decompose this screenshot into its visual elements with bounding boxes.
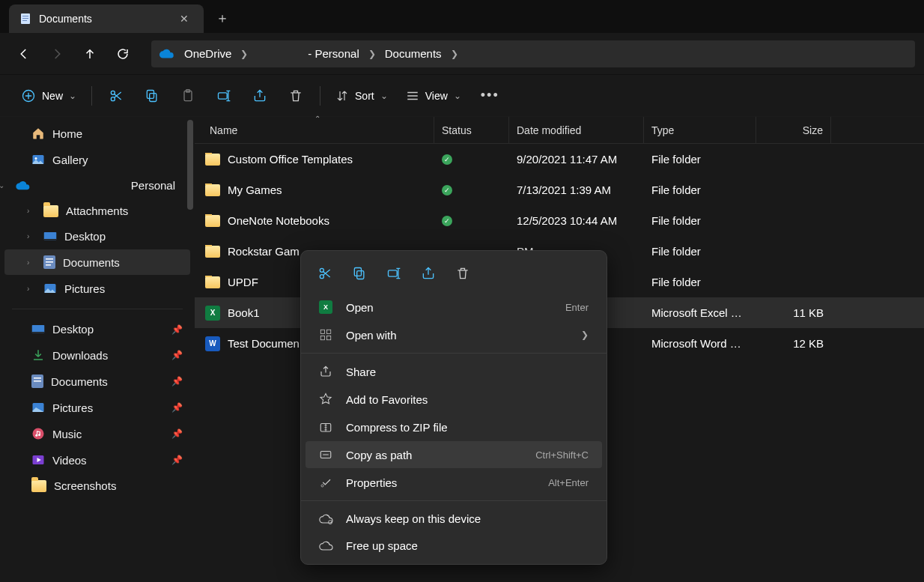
back-button[interactable] <box>9 39 39 69</box>
column-size[interactable]: Size <box>756 117 831 143</box>
pictures-icon <box>31 401 45 414</box>
status-synced-icon: ✓ <box>442 185 452 195</box>
sidebar-label: Pictures <box>52 401 93 414</box>
column-status[interactable]: Status <box>434 117 509 143</box>
ctx-open[interactable]: X Open Enter <box>306 294 602 321</box>
ctx-share-button[interactable] <box>412 260 445 287</box>
chevron-right-icon: ❯ <box>240 49 248 59</box>
status-synced-icon: ✓ <box>442 216 452 226</box>
music-icon <box>31 427 45 440</box>
delete-button[interactable] <box>279 84 312 108</box>
ctx-copy-button[interactable] <box>343 260 376 287</box>
zip-icon <box>319 420 334 434</box>
quickaccess-videos[interactable]: Videos 📌 <box>4 447 190 473</box>
ctx-delete-button[interactable] <box>446 260 479 287</box>
paste-button[interactable] <box>171 84 204 108</box>
sidebar-item-desktop[interactable]: › Desktop <box>4 224 190 249</box>
share-button[interactable] <box>243 84 276 108</box>
file-row[interactable]: My Games✓7/13/2021 1:39 AMFile folder <box>195 175 924 205</box>
copy-button[interactable] <box>136 84 168 108</box>
context-icon-row <box>301 251 607 293</box>
column-label: Name <box>210 124 237 136</box>
ctx-always-keep[interactable]: Always keep on this device <box>306 506 602 532</box>
sidebar-label: Pictures <box>64 282 105 295</box>
ctx-rename-button[interactable] <box>377 260 410 287</box>
ctx-free-up[interactable]: Free up space <box>306 533 602 559</box>
scissors-icon <box>109 88 124 103</box>
crumb-onedrive[interactable]: OneDrive <box>181 46 234 61</box>
ctx-copy-path[interactable]: Copy as path Ctrl+Shift+C <box>306 441 602 468</box>
pictures-icon <box>43 282 57 295</box>
address-field[interactable]: OneDrive ❯ - Personal ❯ Documents ❯ <box>151 40 915 67</box>
view-button[interactable]: View ⌄ <box>398 85 469 107</box>
up-button[interactable] <box>75 39 105 69</box>
folder-icon <box>205 246 220 258</box>
crumb-personal[interactable]: - Personal <box>305 46 362 61</box>
rename-button[interactable] <box>207 84 240 108</box>
new-tab-button[interactable]: ＋ <box>204 3 241 33</box>
svg-rect-22 <box>32 332 45 333</box>
sort-button[interactable]: Sort ⌄ <box>328 85 395 107</box>
ctx-label: Open with <box>346 329 569 342</box>
new-button[interactable]: New ⌄ <box>13 84 84 108</box>
view-icon <box>406 89 419 103</box>
quickaccess-screenshots[interactable]: Screenshots <box>4 473 190 498</box>
sidebar-item-attachments[interactable]: › Attachments <box>4 198 190 223</box>
quickaccess-downloads[interactable]: Downloads 📌 <box>4 342 190 368</box>
cut-button[interactable] <box>100 84 133 108</box>
sidebar-item-gallery[interactable]: Gallery <box>4 147 190 172</box>
onedrive-icon <box>159 48 175 60</box>
chevron-right-icon: › <box>27 232 36 240</box>
crumb-documents[interactable]: Documents <box>382 46 445 61</box>
chevron-down-icon: ⌄ <box>0 181 7 190</box>
column-headers: ⌃Name Status Date modified Type Size <box>195 117 924 144</box>
address-bar: OneDrive ❯ - Personal ❯ Documents ❯ <box>0 33 924 75</box>
file-name: OneNote Notebooks <box>228 214 329 227</box>
svg-rect-15 <box>44 239 57 240</box>
more-button[interactable]: ••• <box>472 83 508 108</box>
close-icon[interactable]: ✕ <box>175 11 193 26</box>
sidebar-item-personal[interactable]: ⌄ Personal <box>4 173 190 198</box>
file-row[interactable]: OneNote Notebooks✓12/5/2023 10:44 AMFile… <box>195 205 924 236</box>
column-label: Status <box>442 124 472 136</box>
file-name: Book1 <box>228 306 260 319</box>
tab-documents[interactable]: Documents ✕ <box>9 4 204 33</box>
gallery-icon <box>31 153 45 166</box>
sidebar-item-pictures[interactable]: › Pictures <box>4 276 190 301</box>
forward-button[interactable] <box>42 39 72 69</box>
ctx-properties[interactable]: Properties Alt+Enter <box>306 469 602 496</box>
ctx-label: Copy as path <box>346 449 523 461</box>
sidebar-item-documents[interactable]: › Documents <box>4 249 190 275</box>
tab-title: Documents <box>39 13 168 25</box>
quickaccess-desktop[interactable]: Desktop 📌 <box>4 317 190 342</box>
sidebar-label: Gallery <box>52 154 88 166</box>
star-icon <box>319 392 334 406</box>
sidebar-label: Screenshots <box>54 479 116 492</box>
quickaccess-music[interactable]: Music 📌 <box>4 421 190 446</box>
open-with-icon <box>319 328 334 342</box>
sidebar-item-home[interactable]: Home <box>4 121 190 146</box>
sort-icon <box>335 89 349 103</box>
ctx-open-with[interactable]: Open with ❯ <box>306 321 602 348</box>
folder-icon <box>31 480 46 492</box>
pin-icon: 📌 <box>171 428 183 439</box>
column-date[interactable]: Date modified <box>509 117 644 143</box>
file-row[interactable]: Custom Office Templates✓9/20/2021 11:47 … <box>195 144 924 175</box>
scrollbar[interactable] <box>187 120 193 210</box>
separator <box>301 500 607 501</box>
quickaccess-documents[interactable]: Documents 📌 <box>4 369 190 394</box>
sidebar-label: Desktop <box>52 323 94 336</box>
ctx-cut-button[interactable] <box>308 260 341 287</box>
column-name[interactable]: ⌃Name <box>195 117 434 143</box>
ctx-favorites[interactable]: Add to Favorites <box>306 386 602 413</box>
ctx-shortcut: Ctrl+Shift+C <box>535 449 589 461</box>
column-type[interactable]: Type <box>644 117 756 143</box>
refresh-button[interactable] <box>108 39 138 69</box>
context-menu: X Open Enter Open with ❯ Share Add to Fa… <box>300 250 607 565</box>
ctx-compress[interactable]: Compress to ZIP file <box>306 413 602 440</box>
svg-point-28 <box>35 434 37 437</box>
file-size: 12 KB <box>756 337 831 350</box>
chevron-down-icon: ⌄ <box>454 91 461 101</box>
quickaccess-pictures[interactable]: Pictures 📌 <box>4 395 190 420</box>
ctx-share[interactable]: Share <box>306 358 602 385</box>
